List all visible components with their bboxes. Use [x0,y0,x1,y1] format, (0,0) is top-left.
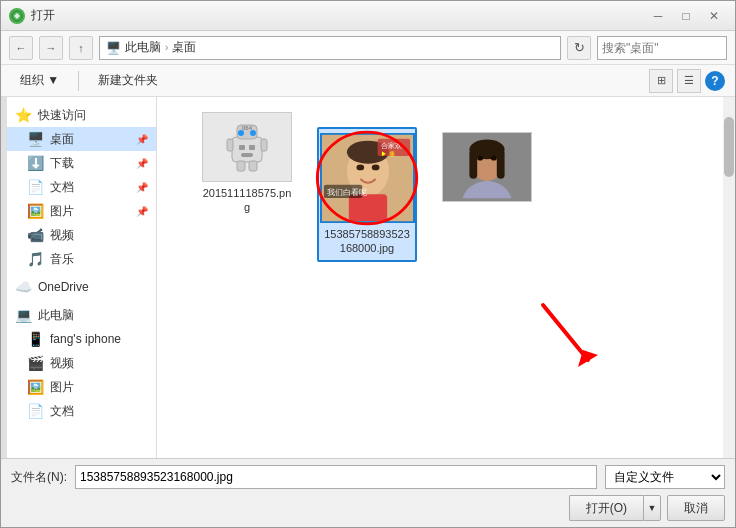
thispc-label: 此电脑 [38,307,74,324]
svg-rect-29 [469,149,477,178]
svg-rect-30 [497,149,505,178]
sidebar-music-label: 音乐 [50,251,74,268]
svg-line-33 [543,305,588,360]
child-image: 我们白看呢 合家欢 ▶ 播 [322,133,413,223]
filename-input[interactable] [75,465,597,489]
desktop-icon: 🖥️ [27,131,44,147]
open-button[interactable]: 打开(O) [569,495,643,521]
organize-button[interactable]: 组织 ▼ [11,69,68,93]
svg-point-32 [491,156,497,161]
scrollbar-thumb[interactable] [724,117,734,177]
svg-text:▶ 播: ▶ 播 [381,151,394,157]
documents2-label: 文档 [50,403,74,420]
window-title: 打开 [31,7,645,24]
star-icon: ⭐ [15,107,32,123]
svg-text:064: 064 [242,125,253,131]
new-folder-button[interactable]: 新建文件夹 [89,69,167,93]
pictures2-icon: 🖼️ [27,379,44,395]
breadcrumb[interactable]: 🖥️ 此电脑 › 桌面 [99,36,561,60]
window-icon [9,8,25,24]
sidebar-item-documents2[interactable]: 📄 文档 [7,399,156,423]
quick-access-label: 快速访问 [38,107,86,124]
pin-icon-3: 📌 [136,182,148,193]
right-scrollbar[interactable] [723,97,735,458]
sidebar-item-iphone[interactable]: 📱 fang's iphone [7,327,156,351]
breadcrumb-arrow: › [165,42,168,53]
sidebar-item-music[interactable]: 🎵 音乐 [7,247,156,271]
search-box: 🔍 [597,36,727,60]
videos2-label: 视频 [50,355,74,372]
pin-icon-2: 📌 [136,158,148,169]
pictures-icon: 🖼️ [27,203,44,219]
filename-row: 文件名(N): 自定义文件 [11,465,725,489]
up-button[interactable]: ↑ [69,36,93,60]
bottom-bar: 文件名(N): 自定义文件 打开(O) ▼ 取消 [1,458,735,527]
onedrive-label: OneDrive [38,280,89,294]
filetype-select[interactable]: 自定义文件 [605,465,725,489]
music-icon: 🎵 [27,251,44,267]
quick-access-section: ⭐ 快速访问 🖥️ 桌面 📌 ⬇️ 下载 📌 📄 文档 📌 [7,103,156,271]
svg-rect-19 [348,194,386,221]
arrow-overlay [533,295,603,378]
sidebar-item-videos[interactable]: 📹 视频 [7,223,156,247]
sidebar-item-pictures2[interactable]: 🖼️ 图片 [7,375,156,399]
sidebar-item-thispc[interactable]: 💻 此电脑 [7,303,156,327]
sidebar-item-pictures[interactable]: 🖼️ 图片 📌 [7,199,156,223]
toolbar: 组织 ▼ 新建文件夹 ⊞ ☰ ? [1,65,735,97]
open-dropdown-button[interactable]: ▼ [643,495,661,521]
path-part-pc: 此电脑 [125,39,161,56]
filename-label: 文件名(N): [11,469,67,486]
path-icon: 🖥️ [106,41,121,55]
svg-rect-6 [249,145,255,150]
svg-point-18 [371,165,379,171]
sidebar-item-documents[interactable]: 📄 文档 📌 [7,175,156,199]
child-file-name: 1538575889352316800​0.jpg [323,227,411,256]
back-button[interactable]: ← [9,36,33,60]
child-thumbnail: 我们白看呢 合家欢 ▶ 播 [320,133,415,223]
sidebar-item-videos2[interactable]: 🎬 视频 [7,351,156,375]
robot-image: 064 [217,117,277,177]
pictures2-label: 图片 [50,379,74,396]
cancel-button[interactable]: 取消 [667,495,725,521]
view-button-1[interactable]: ⊞ [649,69,673,93]
sidebar-videos-label: 视频 [50,227,74,244]
maximize-button[interactable]: □ [673,6,699,26]
file-open-dialog: 打开 ─ □ ✕ ← → ↑ 🖥️ 此电脑 › 桌面 ↻ 🔍 组织 ▼ 新建文件… [0,0,736,528]
svg-point-31 [477,156,483,161]
svg-rect-1 [232,137,262,162]
file-item-girl[interactable] [437,127,537,262]
file-grid: 064 201511118575.png [167,107,713,262]
sidebar-item-quick-access[interactable]: ⭐ 快速访问 [7,103,156,127]
help-button[interactable]: ? [705,71,725,91]
svg-rect-10 [237,161,245,171]
file-area[interactable]: 064 201511118575.png [157,97,723,458]
sidebar-item-desktop[interactable]: 🖥️ 桌面 📌 [7,127,156,151]
robot-thumbnail: 064 [202,112,292,182]
pin-icon: 📌 [136,134,148,145]
thispc-section: 💻 此电脑 📱 fang's iphone 🎬 视频 🖼️ 图片 📄 [7,303,156,423]
title-bar: 打开 ─ □ ✕ [1,1,735,31]
close-button[interactable]: ✕ [701,6,727,26]
sidebar-item-onedrive[interactable]: ☁️ OneDrive [7,275,156,299]
sidebar-item-downloads[interactable]: ⬇️ 下载 📌 [7,151,156,175]
iphone-label: fang's iphone [50,332,121,346]
forward-button[interactable]: → [39,36,63,60]
thispc-icon: 💻 [15,307,32,323]
robot-file-name: 201511118575.png [202,186,292,215]
file-item-robot[interactable]: 064 201511118575.png [197,107,297,262]
main-content: ⭐ 快速访问 🖥️ 桌面 📌 ⬇️ 下载 📌 📄 文档 📌 [1,97,735,458]
onedrive-section: ☁️ OneDrive [7,275,156,299]
sidebar-documents-label: 文档 [50,179,74,196]
minimize-button[interactable]: ─ [645,6,671,26]
view-button-2[interactable]: ☰ [677,69,701,93]
svg-rect-5 [239,145,245,150]
file-item-child[interactable]: 我们白看呢 合家欢 ▶ 播 1538575889352316800​0.jpg [317,127,417,262]
girl-thumbnail [442,132,532,202]
girl-image [443,132,531,201]
svg-rect-7 [241,153,253,157]
downloads-icon: ⬇️ [27,155,44,171]
search-input[interactable] [602,41,736,55]
refresh-button[interactable]: ↻ [567,36,591,60]
sidebar-pictures-label: 图片 [50,203,74,220]
sidebar-desktop-label: 桌面 [50,131,74,148]
